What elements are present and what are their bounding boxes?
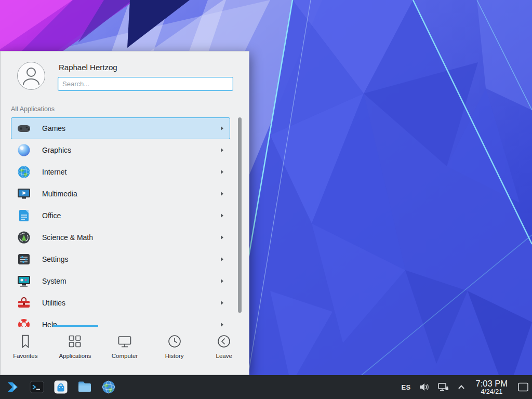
app-category-games[interactable]: Games [11,117,230,139]
app-category-system[interactable]: System [11,270,230,292]
submenu-arrow-icon [221,235,223,240]
dolphin-folder-icon[interactable] [76,379,92,395]
tab-label: Leave [216,353,232,359]
submenu-arrow-icon [221,192,223,196]
clock-time: 7:03 PM [476,379,508,388]
active-tab-indicator [52,325,98,327]
submenu-arrow-icon [221,170,223,174]
app-category-label: Settings [42,255,221,263]
favorites-bookmark-icon [18,334,33,349]
tab-label: History [165,353,184,359]
utilities-icon [17,296,31,310]
app-category-internet[interactable]: Internet [11,161,230,183]
keyboard-layout-indicator[interactable]: ES [402,383,411,391]
app-category-label: Internet [42,168,221,176]
settings-icon [17,252,31,267]
user-name: Raphael Hertzog [59,63,232,72]
user-avatar [17,62,45,90]
konsole-icon[interactable] [29,379,45,395]
launcher-header-right: Raphael Hertzog [58,62,232,91]
internet-icon [17,165,31,179]
leave-icon [216,334,232,349]
app-category-science-math[interactable]: Science & Math [11,227,230,248]
app-category-label: Games [42,124,221,132]
tab-label: Computer [112,353,138,359]
desktop: Raphael Hertzog All Applications Games [0,0,532,399]
list-scrollbar[interactable] [238,117,242,313]
tab-history[interactable]: History [150,327,200,375]
science-icon [17,230,31,245]
taskbar-panel: ES [0,375,532,399]
app-category-label: Utilities [42,299,221,307]
app-category-label: Science & Math [42,233,221,242]
web-browser-icon[interactable] [100,379,116,395]
search-input[interactable] [58,77,233,91]
submenu-arrow-icon [221,257,223,261]
applications-grid-icon [67,334,83,349]
clock-date: 4/24/21 [476,388,508,395]
tab-computer[interactable]: Computer [100,327,150,375]
app-category-office[interactable]: Office [11,205,230,227]
app-category-utilities[interactable]: Utilities [11,292,230,314]
tab-applications[interactable]: Applications [50,327,100,375]
section-label: All Applications [11,105,249,113]
submenu-arrow-icon [221,323,223,327]
launcher-icon[interactable] [5,379,21,395]
tab-leave[interactable]: Leave [199,327,249,375]
launcher-tabbar: Favorites Applications [1,327,249,375]
multimedia-icon [17,187,31,201]
submenu-arrow-icon [221,214,223,218]
system-icon [17,274,31,288]
network-icon[interactable] [437,381,449,393]
office-icon [17,208,31,223]
graphics-icon [17,143,31,157]
discover-icon[interactable] [52,379,69,395]
submenu-arrow-icon [221,279,223,283]
tab-favorites[interactable]: Favorites [1,327,50,375]
app-category-label: System [42,277,221,285]
panel-pinned-apps [5,379,116,395]
submenu-arrow-icon [221,126,223,130]
games-icon [17,121,31,136]
application-launcher-menu: Raphael Hertzog All Applications Games [0,51,249,375]
app-category-label: Graphics [42,146,221,154]
submenu-arrow-icon [221,148,223,152]
volume-icon[interactable] [418,381,430,393]
app-category-settings[interactable]: Settings [11,248,230,270]
show-desktop-icon[interactable] [517,378,529,396]
app-category-multimedia[interactable]: Multimedia [11,183,230,205]
submenu-arrow-icon [221,301,223,305]
computer-monitor-icon [117,334,132,349]
history-clock-icon [167,334,182,349]
app-category-label: Office [42,211,221,220]
app-category-graphics[interactable]: Graphics [11,139,230,161]
app-category-label: Multimedia [42,190,221,198]
launcher-header: Raphael Hertzog [1,51,249,91]
system-tray: ES [402,378,529,396]
digital-clock[interactable]: 7:03 PM 4/24/21 [476,379,508,395]
tab-label: Applications [59,353,91,359]
expand-tray-arrow-icon[interactable] [456,382,467,392]
tab-label: Favorites [13,353,37,359]
